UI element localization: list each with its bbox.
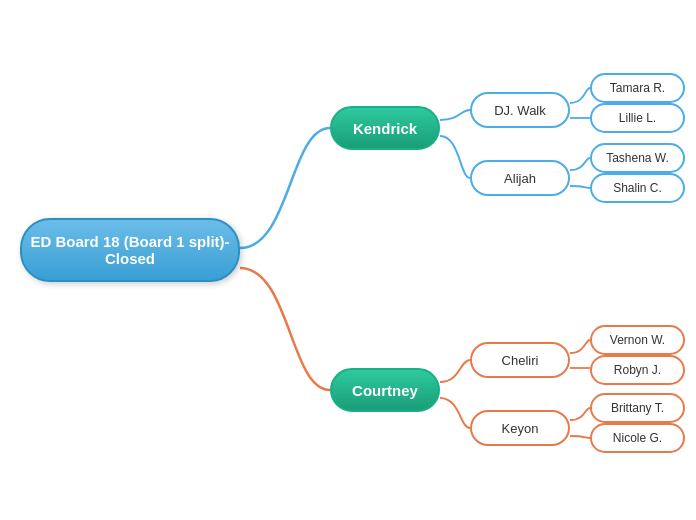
vernon-node[interactable]: Vernon W.	[590, 325, 685, 355]
alijah-node[interactable]: Alijah	[470, 160, 570, 196]
lillie-label: Lillie L.	[619, 111, 656, 125]
alijah-label: Alijah	[504, 171, 536, 186]
root-node[interactable]: ED Board 18 (Board 1 split)- Closed	[20, 218, 240, 282]
robyn-label: Robyn J.	[614, 363, 661, 377]
djwalk-node[interactable]: DJ. Walk	[470, 92, 570, 128]
tashena-label: Tashena W.	[606, 151, 669, 165]
lillie-node[interactable]: Lillie L.	[590, 103, 685, 133]
nicole-label: Nicole G.	[613, 431, 662, 445]
nicole-node[interactable]: Nicole G.	[590, 423, 685, 453]
keyon-label: Keyon	[502, 421, 539, 436]
cheliri-node[interactable]: Cheliri	[470, 342, 570, 378]
shalin-node[interactable]: Shalin C.	[590, 173, 685, 203]
vernon-label: Vernon W.	[610, 333, 665, 347]
brittany-label: Brittany T.	[611, 401, 664, 415]
tamara-node[interactable]: Tamara R.	[590, 73, 685, 103]
brittany-node[interactable]: Brittany T.	[590, 393, 685, 423]
courtney-node[interactable]: Courtney	[330, 368, 440, 412]
keyon-node[interactable]: Keyon	[470, 410, 570, 446]
djwalk-label: DJ. Walk	[494, 103, 546, 118]
tamara-label: Tamara R.	[610, 81, 665, 95]
cheliri-label: Cheliri	[502, 353, 539, 368]
tashena-node[interactable]: Tashena W.	[590, 143, 685, 173]
kendrick-label: Kendrick	[353, 120, 417, 137]
shalin-label: Shalin C.	[613, 181, 662, 195]
courtney-label: Courtney	[352, 382, 418, 399]
root-label: ED Board 18 (Board 1 split)- Closed	[22, 233, 238, 267]
kendrick-node[interactable]: Kendrick	[330, 106, 440, 150]
robyn-node[interactable]: Robyn J.	[590, 355, 685, 385]
